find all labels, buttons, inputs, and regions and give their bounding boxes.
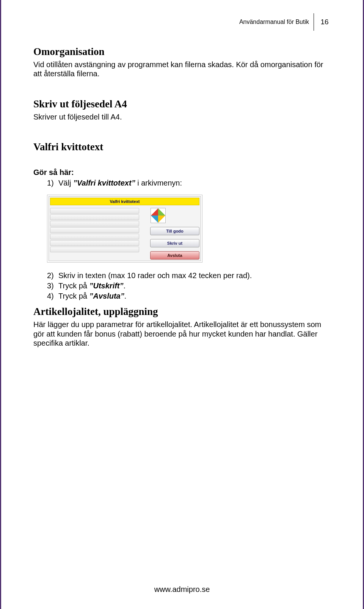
text-line[interactable] <box>50 208 139 214</box>
step-fragment: Tryck på <box>58 292 89 300</box>
para-omorganisation: Vid otillåten avstängning av programmet … <box>33 60 331 79</box>
step-bold: ”Utskrift” <box>89 282 124 290</box>
heading-kvittotext: Valfri kvittotext <box>33 141 331 153</box>
page-number: 16 <box>318 18 331 26</box>
embedded-panel: Valfri kvittotext Till godo Skriv ut Avs… <box>47 195 202 263</box>
avsluta-button[interactable]: Avsluta <box>150 251 199 260</box>
step-fragment: . <box>124 292 127 300</box>
text-line[interactable] <box>50 247 139 252</box>
step-fragment: Välj <box>58 179 73 187</box>
step-text: Tryck på ”Utskrift”. <box>58 281 331 291</box>
heading-omorganisation: Omorganisation <box>33 46 331 58</box>
text-line[interactable] <box>50 221 139 227</box>
footer-url: www.admipro.se <box>1 585 363 594</box>
header-divider <box>314 13 314 31</box>
step-number: 1) <box>47 178 58 188</box>
text-line[interactable] <box>50 227 139 233</box>
para-foljesedel: Skriver ut följesedel till A4. <box>33 112 331 121</box>
page-header: Användarmanual för Butik 16 <box>33 13 331 31</box>
panel-textarea[interactable] <box>50 208 139 260</box>
lead-gor-sa-har: Gör så här: <box>33 168 331 177</box>
steps-list-cont: 2) Skriv in texten (max 10 rader och max… <box>47 271 331 301</box>
logo-icon <box>151 208 166 223</box>
step-number: 3) <box>47 281 58 291</box>
text-line[interactable] <box>50 240 139 246</box>
step-text: Skriv in texten (max 10 rader och max 42… <box>58 271 331 280</box>
list-item: 4) Tryck på ”Avsluta”. <box>47 291 331 301</box>
text-line[interactable] <box>50 234 139 239</box>
skriv-ut-button[interactable]: Skriv ut <box>150 239 199 247</box>
doc-title: Användarmanual för Butik <box>239 19 309 25</box>
step-fragment: i arkivmenyn: <box>135 179 182 187</box>
step-number: 2) <box>47 271 58 280</box>
panel-inner: Valfri kvittotext Till godo Skriv ut Avs… <box>49 196 201 261</box>
list-item: 3) Tryck på ”Utskrift”. <box>47 281 331 291</box>
step-text: Tryck på ”Avsluta”. <box>58 291 331 301</box>
panel-buttons: Till godo Skriv ut Avsluta <box>143 208 199 260</box>
steps-list: 1) Välj ”Valfri kvittotext” i arkivmenyn… <box>47 178 331 188</box>
step-number: 4) <box>47 291 58 301</box>
step-fragment: Tryck på <box>58 282 89 290</box>
para-artikellojalitet: Här lägger du upp parametrar för artikel… <box>33 320 331 348</box>
step-bold: ”Avsluta” <box>89 292 124 300</box>
text-line[interactable] <box>50 214 139 220</box>
step-fragment: . <box>124 282 126 290</box>
list-item: 1) Välj ”Valfri kvittotext” i arkivmenyn… <box>47 178 331 188</box>
heading-foljesedel: Skriv ut följesedel A4 <box>33 98 331 110</box>
till-godo-button[interactable]: Till godo <box>150 227 199 235</box>
heading-artikellojalitet: Artikellojalitet, uppläggning <box>33 306 331 318</box>
list-item: 2) Skriv in texten (max 10 rader och max… <box>47 271 331 280</box>
step-bold: ”Valfri kvittotext” <box>73 179 135 187</box>
panel-columns: Till godo Skriv ut Avsluta <box>50 208 199 260</box>
panel-title: Valfri kvittotext <box>50 198 199 205</box>
step-text: Välj ”Valfri kvittotext” i arkivmenyn: <box>58 178 331 188</box>
